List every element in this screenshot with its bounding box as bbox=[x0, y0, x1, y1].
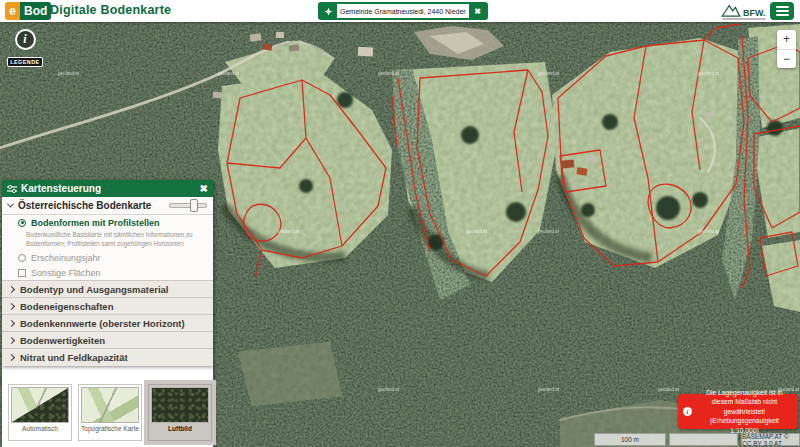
app-window: geoland.at geoland.at geoland.at geoland… bbox=[0, 0, 800, 447]
sliders-icon bbox=[7, 184, 17, 194]
chevron-right-icon bbox=[8, 353, 15, 360]
warning-info-icon: i bbox=[683, 407, 692, 416]
option-description: Bodenkundliche Basiskarte mit sämtlichen… bbox=[2, 230, 213, 250]
section-bodenwertigkeiten[interactable]: Bodenwertigkeiten bbox=[2, 331, 213, 348]
logo-e: e bbox=[5, 2, 20, 20]
svg-text:geoland.at: geoland.at bbox=[466, 229, 488, 234]
search-input[interactable] bbox=[337, 4, 469, 18]
close-icon[interactable]: ✖ bbox=[200, 183, 208, 194]
topo-thumbnail bbox=[81, 387, 139, 423]
svg-text:geoland.at: geoland.at bbox=[698, 71, 720, 76]
ebod-logo[interactable]: e Bod bbox=[5, 2, 51, 20]
chevron-down-icon bbox=[7, 201, 14, 208]
bfw-logo[interactable]: BFW. bbox=[720, 3, 766, 18]
svg-text:geoland.at: geoland.at bbox=[378, 71, 400, 76]
svg-text:geoland.at: geoland.at bbox=[58, 71, 80, 76]
svg-text:geoland.at: geoland.at bbox=[378, 387, 400, 392]
warning-text: Die Lagegenauigkeit ist in diesem Maßsta… bbox=[696, 388, 793, 435]
checkbox-sonstige-flaechen[interactable]: Sonstige Flächen bbox=[2, 265, 213, 280]
locate-icon bbox=[324, 7, 333, 16]
svg-text:geoland.at: geoland.at bbox=[218, 71, 240, 76]
luftbild-thumbnail bbox=[151, 387, 209, 423]
svg-text:geoland.at: geoland.at bbox=[278, 229, 300, 234]
svg-text:geoland.at: geoland.at bbox=[538, 229, 560, 234]
basemap-luftbild[interactable]: Luftbild bbox=[148, 384, 212, 441]
chevron-right-icon bbox=[8, 319, 15, 326]
zoom-in-button[interactable]: + bbox=[777, 30, 796, 50]
panel-header: Kartensteuerung ✖ bbox=[2, 180, 213, 197]
section-nitrat-feldkapazitaet[interactable]: Nitrat und Feldkapazität bbox=[2, 348, 213, 365]
search-group: ✖ bbox=[318, 2, 488, 20]
svg-text:geoland.at: geoland.at bbox=[658, 387, 680, 392]
slider-handle[interactable] bbox=[190, 199, 198, 212]
info-icon[interactable]: i bbox=[15, 29, 36, 50]
map-control-panel: Kartensteuerung ✖ Österreichische Bodenk… bbox=[2, 180, 213, 366]
section-oesterreichische-bodenkarte[interactable]: Österreichische Bodenkarte bbox=[2, 197, 213, 215]
automatisch-thumbnail bbox=[11, 387, 69, 423]
chevron-right-icon bbox=[8, 302, 15, 309]
basemap-automatisch[interactable]: Automatisch bbox=[8, 384, 72, 441]
legend-control: i LEGENDE bbox=[5, 29, 45, 68]
section-bodenkennwerte[interactable]: Bodenkennwerte (oberster Horizont) bbox=[2, 314, 213, 331]
accuracy-warning: i Die Lagegenauigkeit ist in diesem Maßs… bbox=[678, 394, 798, 429]
svg-text:geoland.at: geoland.at bbox=[538, 71, 560, 76]
radio-erscheinungsjahr[interactable]: Erscheinungsjahr bbox=[2, 250, 213, 265]
layer-opacity-slider[interactable] bbox=[169, 203, 207, 208]
chevron-right-icon bbox=[8, 336, 15, 343]
zoom-out-button[interactable]: − bbox=[777, 50, 796, 69]
svg-text:geoland.at: geoland.at bbox=[698, 229, 720, 234]
bfw-label: BFW. bbox=[743, 9, 766, 18]
search-clear-button[interactable]: ✖ bbox=[469, 4, 486, 18]
hamburger-icon bbox=[776, 6, 789, 8]
app-header: e Bod Digitale Bodenkarte ✖ BFW. bbox=[0, 0, 800, 22]
checkbox-icon bbox=[18, 269, 26, 277]
svg-text:geoland.at: geoland.at bbox=[538, 387, 560, 392]
basemap-topografische-karte[interactable]: Topografische Karte bbox=[78, 384, 142, 441]
attribution[interactable]: BASEMAP.AT © CC BY 3.0 AT bbox=[741, 433, 800, 446]
chevron-right-icon bbox=[8, 285, 15, 292]
section-bodentyp[interactable]: Bodentyp und Ausgangsmaterial bbox=[2, 280, 213, 297]
scale-bar-segment bbox=[669, 433, 738, 446]
bfw-mountains-icon bbox=[720, 3, 742, 18]
legend-label[interactable]: LEGENDE bbox=[7, 57, 42, 67]
scale-bar: 100 m bbox=[594, 433, 666, 446]
radio-bodenformen[interactable]: Bodenformen mit Profilstellen bbox=[2, 215, 213, 230]
page-title: Digitale Bodenkarte bbox=[50, 3, 171, 17]
logo-bod: Bod bbox=[20, 2, 51, 20]
zoom-control: + − bbox=[777, 30, 796, 68]
radio-selected-icon bbox=[18, 219, 26, 227]
bfw-tagline-rule bbox=[722, 18, 766, 20]
scale-attribution-strip: 100 m BASEMAP.AT © CC BY 3.0 AT bbox=[594, 433, 800, 446]
section-bodeneigenschaften[interactable]: Bodeneigenschaften bbox=[2, 297, 213, 314]
radio-icon bbox=[18, 254, 26, 262]
panel-title: Kartensteuerung bbox=[21, 183, 196, 194]
basemap-switcher: Automatisch Topografische Karte Luftbild bbox=[2, 366, 213, 447]
locate-button[interactable] bbox=[320, 4, 337, 18]
menu-button[interactable] bbox=[770, 2, 794, 20]
